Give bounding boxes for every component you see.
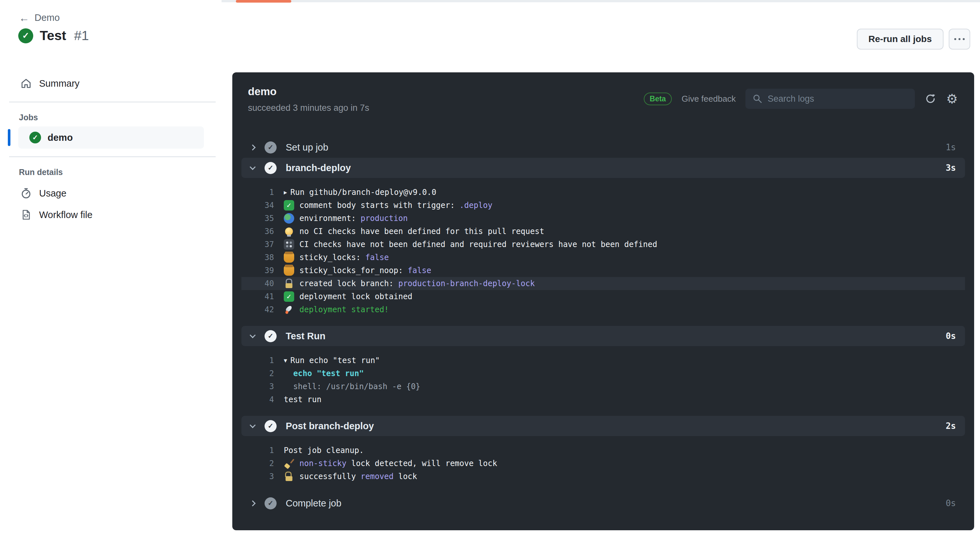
log-text-segment: deployment lock obtained [300, 292, 413, 301]
log-text-segment: production-branch-deploy-lock [398, 279, 535, 288]
log-text-segment: CI checks have not been defined and requ… [300, 240, 657, 249]
refresh-icon[interactable] [925, 93, 936, 105]
lock-emoji-icon [284, 278, 294, 289]
log-line: 4test run [242, 393, 965, 406]
log-line-content: environment: production [284, 213, 408, 223]
log-line: 39sticky_locks_for_noop: false [242, 264, 965, 277]
log-line-number[interactable]: 37 [243, 240, 274, 249]
log-line: 38sticky_locks: false [242, 251, 965, 264]
log-line-content: no CI checks have been defined for this … [284, 226, 544, 237]
log-line-number[interactable]: 38 [243, 253, 274, 262]
search-icon [753, 94, 762, 103]
log-line-number[interactable]: 36 [243, 227, 274, 236]
log-line: 37CI checks have not been defined and re… [242, 238, 965, 251]
log-section-header-complete-job[interactable]: ✓Complete job0s [242, 495, 965, 512]
log-line-content: deployment lock obtained [284, 291, 413, 302]
run-details-list: UsageWorkflow file [20, 183, 203, 226]
log-section-title: Complete job [286, 498, 946, 509]
give-feedback-link[interactable]: Give feedback [682, 94, 736, 104]
log-section-header-post-branch-deploy[interactable]: ✓Post branch-deploy2s [242, 416, 965, 436]
log-line-content: successfully removed lock [284, 471, 417, 482]
log-line: 36no CI checks have been defined for thi… [242, 225, 965, 238]
log-line-number[interactable]: 2 [243, 369, 274, 378]
step-duration: 0s [946, 498, 956, 508]
log-line: 3 shell: /usr/bin/bash -e {0} [242, 380, 965, 393]
sidebar-item-usage[interactable]: Usage [20, 183, 203, 204]
sidebar-item-label: Workflow file [39, 210, 92, 220]
log-section-title: Test Run [286, 331, 946, 341]
chevron-right-icon [250, 500, 255, 506]
log-line-number[interactable]: 1 [243, 356, 274, 365]
log-line-number[interactable]: 4 [243, 395, 274, 404]
sidebar-divider [9, 102, 216, 102]
log-line-number[interactable]: 40 [243, 279, 274, 288]
page-loading-thumb [236, 0, 291, 3]
log-line-number[interactable]: 1 [243, 188, 274, 197]
log-line-number[interactable]: 3 [243, 382, 274, 391]
step-duration: 0s [946, 331, 956, 341]
sidebar-item-summary-label: Summary [39, 78, 79, 89]
log-text-segment: successfully [300, 472, 361, 481]
log-line-number[interactable]: 2 [243, 459, 274, 468]
log-section-body: 1▶Run github/branch-deploy@v9.0.034comme… [242, 178, 965, 326]
search-logs-box[interactable] [745, 89, 915, 109]
log-line-number[interactable]: 3 [243, 472, 274, 481]
sidebar-item-summary[interactable]: Summary [20, 78, 79, 89]
log-line-number[interactable]: 41 [243, 292, 274, 301]
step-success-icon: ✓ [264, 420, 277, 432]
log-text-segment: created lock branch: [300, 279, 398, 288]
log-line: 3successfully removed lock [242, 470, 965, 483]
chevron-down-icon [250, 332, 255, 338]
log-text-segment: no CI checks have been defined for this … [300, 227, 544, 236]
log-line-number[interactable]: 34 [243, 201, 274, 210]
step-duration: 2s [946, 421, 956, 431]
jobs-list: ✓demo [18, 126, 204, 149]
log-line-number[interactable]: 35 [243, 214, 274, 223]
run-title-number: #1 [74, 28, 89, 44]
honey-emoji-icon [284, 252, 294, 263]
log-line-content: non-sticky lock detected, will remove lo… [284, 458, 497, 469]
log-line: 1▶Run github/branch-deploy@v9.0.0 [242, 186, 965, 199]
broom-emoji-icon [284, 458, 294, 469]
sidebar-item-workflow-file[interactable]: Workflow file [20, 204, 203, 226]
check-emoji-icon [284, 291, 294, 302]
log-line-content: test run [284, 395, 322, 404]
log-panel: demo succeeded 3 minutes ago in 7s Beta … [232, 72, 974, 530]
back-link[interactable]: ← Demo [19, 12, 60, 23]
log-section-title: Post branch-deploy [286, 421, 946, 432]
sidebar-item-label: Usage [39, 188, 66, 199]
log-section-header-test-run[interactable]: ✓Test Run0s [242, 326, 965, 346]
log-line: 42deployment started! [242, 303, 965, 316]
log-line-content: ▼Run echo "test run" [284, 356, 380, 365]
log-line-content: sticky_locks: false [284, 252, 389, 263]
log-text-segment: non-sticky [300, 459, 347, 468]
bulb-emoji-icon [284, 226, 294, 237]
log-section-title: branch-deploy [286, 163, 946, 173]
log-section-header-branch-deploy[interactable]: ✓branch-deploy3s [242, 158, 965, 178]
search-logs-input[interactable] [767, 94, 907, 104]
log-line-content: shell: /usr/bin/bash -e {0} [284, 382, 420, 391]
log-line: 2non-sticky lock detected, will remove l… [242, 457, 965, 470]
rerun-all-jobs-button[interactable]: Re-run all jobs [857, 29, 943, 50]
log-line: 34comment body starts with trigger: .dep… [242, 199, 965, 212]
group-expanded-icon[interactable]: ▼ [284, 357, 287, 364]
log-text-segment: lock [393, 472, 417, 481]
chevron-down-icon [250, 164, 255, 170]
log-text-segment: test run [284, 395, 322, 404]
log-text-segment: echo "test run" [293, 369, 364, 378]
unlock-emoji-icon [284, 471, 294, 482]
log-line-number[interactable]: 42 [243, 305, 274, 314]
gear-icon[interactable]: ⚙ [946, 92, 958, 105]
log-line-number[interactable]: 39 [243, 266, 274, 275]
log-text-segment: Post job cleanup. [284, 446, 364, 455]
job-success-icon: ✓ [29, 132, 41, 144]
log-line-number[interactable]: 1 [243, 446, 274, 455]
step-success-icon: ✓ [264, 497, 277, 509]
log-text-segment: shell: /usr/bin/bash -e {0} [284, 382, 420, 391]
more-options-button[interactable] [949, 29, 970, 50]
group-collapsed-icon[interactable]: ▶ [284, 189, 287, 196]
log-section-header-set-up-job[interactable]: ✓Set up job1s [242, 139, 965, 156]
top-actions: Re-run all jobs [857, 29, 970, 50]
back-label: Demo [34, 12, 60, 23]
sidebar-job-demo[interactable]: ✓demo [18, 126, 204, 149]
